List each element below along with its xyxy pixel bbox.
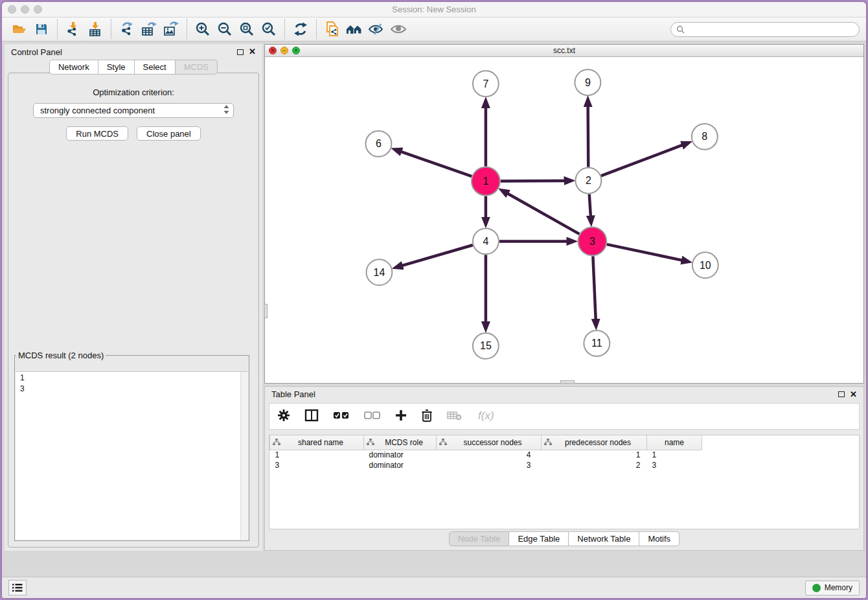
table-toolbar: f(x) <box>269 403 860 430</box>
tab-mcds[interactable]: MCDS <box>176 60 218 75</box>
main-area: Control Panel ✕ Network Style Select MCD… <box>2 42 866 577</box>
table-row[interactable]: 3dominator 32 3 <box>270 460 702 470</box>
zoom-selected-button[interactable] <box>258 19 280 39</box>
create-column-button[interactable] <box>395 410 407 424</box>
graph-edge-3-10[interactable] <box>607 244 682 260</box>
graph-edge-1-6[interactable] <box>401 152 472 176</box>
graph-node-9[interactable]: 9 <box>575 69 600 95</box>
mcds-result-item: 1 <box>16 372 248 383</box>
table-row[interactable]: 1dominator 41 1 <box>270 450 702 460</box>
clone-network-icon <box>325 21 340 38</box>
graph-node-6[interactable]: 6 <box>365 131 391 157</box>
export-image-icon <box>163 21 179 37</box>
hide-selected-button[interactable] <box>365 19 387 39</box>
control-panel: Control Panel ✕ Network Style Select MCD… <box>5 44 262 551</box>
graph-node-3[interactable]: 3 <box>578 227 606 255</box>
tab-select[interactable]: Select <box>135 60 176 75</box>
graph-node-8[interactable]: 8 <box>692 124 718 150</box>
splitter-grip[interactable] <box>560 380 575 384</box>
close-panel-icon[interactable]: ✕ <box>249 49 256 55</box>
svg-text:8: 8 <box>702 131 707 142</box>
show-all-button[interactable] <box>387 19 409 39</box>
zoom-out-button[interactable] <box>214 19 236 39</box>
col-header-shared-name[interactable]: shared name <box>270 435 364 450</box>
unchecked-boxes-icon <box>364 411 381 420</box>
export-table-button[interactable] <box>138 19 160 39</box>
close-panel-button[interactable]: Close panel <box>137 126 201 141</box>
graph-edge-2-3[interactable] <box>589 194 591 216</box>
delete-table-button[interactable] <box>447 410 463 423</box>
optimization-criterion-dropdown[interactable]: strongly connected component <box>33 103 234 118</box>
tab-node-table[interactable]: Node Table <box>449 531 510 546</box>
refresh-button[interactable] <box>290 19 312 39</box>
col-header-name[interactable]: name <box>647 435 702 450</box>
dropdown-chevrons-icon <box>223 105 229 116</box>
search-input[interactable] <box>688 25 854 34</box>
open-file-button[interactable] <box>8 19 30 39</box>
node-table-grid[interactable]: shared name MCDS role successor nodes pr… <box>269 435 702 470</box>
graph-node-14[interactable]: 14 <box>366 259 392 285</box>
run-mcds-button[interactable]: Run MCDS <box>66 126 128 141</box>
graph-node-11[interactable]: 11 <box>584 330 610 356</box>
import-network-button[interactable] <box>62 19 84 39</box>
select-all-columns-button[interactable] <box>333 411 350 422</box>
search-icon <box>676 25 685 34</box>
zoom-in-button[interactable] <box>192 19 214 39</box>
mcds-result-item: 3 <box>16 383 248 394</box>
eye-icon <box>390 23 407 36</box>
float-table-panel-icon[interactable] <box>838 391 845 397</box>
svg-text:11: 11 <box>591 338 602 349</box>
graph-node-2[interactable]: 2 <box>575 168 601 194</box>
toolbar-separator <box>57 19 58 39</box>
tab-network[interactable]: Network <box>49 60 98 75</box>
graph-node-15[interactable]: 15 <box>473 333 499 359</box>
col-header-predecessor-nodes[interactable]: predecessor nodes <box>542 435 647 450</box>
graph-edge-1-2[interactable] <box>501 181 565 181</box>
export-network-button[interactable] <box>116 19 138 39</box>
tab-style[interactable]: Style <box>98 60 135 75</box>
col-header-mcds-role[interactable]: MCDS role <box>364 435 437 450</box>
splitter-grip[interactable] <box>264 304 268 318</box>
memory-status-icon <box>812 584 821 592</box>
show-panels-button[interactable] <box>8 580 27 595</box>
graph-edge-2-8[interactable] <box>601 145 682 176</box>
graph-edge-4-14[interactable] <box>402 245 473 266</box>
network-close-icon[interactable]: ✕ <box>269 47 277 54</box>
network-graph[interactable]: 1234678910111415 <box>265 57 863 383</box>
network-minimize-icon[interactable]: − <box>280 47 288 54</box>
zoom-fit-button[interactable] <box>236 19 258 39</box>
mcds-result-list[interactable]: 1 3 <box>16 371 248 540</box>
graph-edge-3-11[interactable] <box>593 256 595 319</box>
tab-network-table[interactable]: Network Table <box>569 531 639 546</box>
result-scrollbar[interactable] <box>240 372 248 540</box>
network-canvas[interactable]: 1234678910111415 <box>265 57 863 383</box>
unselect-all-columns-button[interactable] <box>364 411 381 422</box>
network-window-title: scc.txt <box>265 46 863 55</box>
float-panel-icon[interactable] <box>237 49 244 55</box>
memory-button[interactable]: Memory <box>805 581 860 595</box>
delete-table-icon <box>447 410 463 421</box>
tab-edge-table[interactable]: Edge Table <box>509 531 569 546</box>
export-image-button[interactable] <box>160 19 182 39</box>
graph-node-7[interactable]: 7 <box>473 71 499 97</box>
table-settings-button[interactable] <box>277 409 290 424</box>
network-maximize-icon[interactable]: + <box>292 47 300 54</box>
import-table-button[interactable] <box>84 19 106 39</box>
graph-edge-3-1[interactable] <box>508 194 580 234</box>
graph-node-1[interactable]: 1 <box>472 167 500 196</box>
close-table-panel-icon[interactable]: ✕ <box>850 391 857 398</box>
first-neighbors-button[interactable] <box>343 19 365 39</box>
open-folder-icon <box>12 22 27 36</box>
graph-node-10[interactable]: 10 <box>692 252 718 278</box>
graph-edge-2-9[interactable] <box>588 106 589 167</box>
save-session-button[interactable] <box>30 19 52 39</box>
network-window-titlebar[interactable]: ✕ − + scc.txt <box>265 45 863 57</box>
function-builder-button[interactable]: f(x) <box>477 408 499 425</box>
toggle-panes-button[interactable] <box>304 409 319 424</box>
delete-columns-button[interactable] <box>421 409 433 424</box>
tab-motifs[interactable]: Motifs <box>639 531 680 546</box>
clone-network-button[interactable] <box>321 19 343 39</box>
graph-node-4[interactable]: 4 <box>473 228 499 254</box>
search-field[interactable] <box>670 22 860 37</box>
col-header-successor-nodes[interactable]: successor nodes <box>437 435 542 450</box>
